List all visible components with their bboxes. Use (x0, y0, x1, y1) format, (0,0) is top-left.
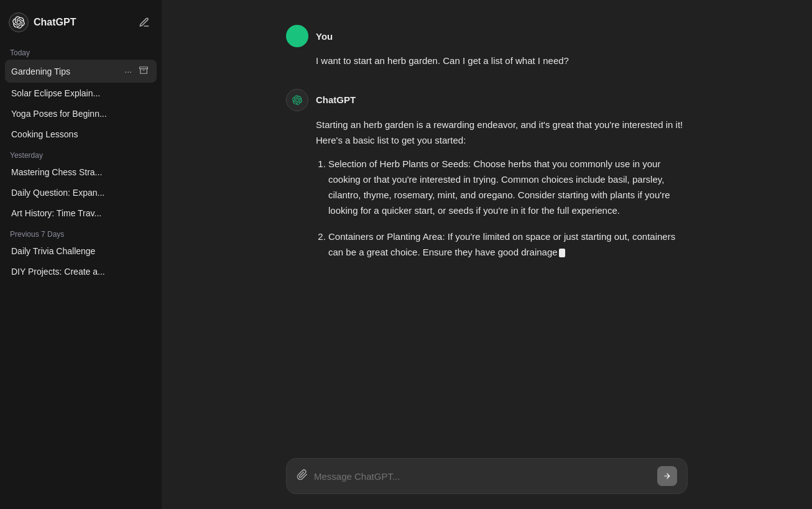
send-button[interactable] (657, 466, 677, 486)
user-message-content: I want to start an herb garden. Can I ge… (286, 53, 688, 69)
list-item-1: Selection of Herb Plants or Seeds: Choos… (328, 157, 688, 218)
sidebar: ChatGPT Today Gardening Tips ··· Solar E… (0, 0, 162, 509)
sidebar-item-cooking-lessons[interactable]: Cooking Lessons (5, 124, 157, 144)
sidebar-item-daily-question[interactable]: Daily Question: Expan... (5, 183, 157, 203)
sidebar-item-solar-eclipse[interactable]: Solar Eclipse Explain... (5, 83, 157, 103)
chat-area: You I want to start an herb garden. Can … (162, 0, 812, 448)
archive-icon[interactable] (137, 65, 150, 78)
chatgpt-avatar (286, 89, 308, 111)
sidebar-item-art-history[interactable]: Art History: Time Trav... (5, 203, 157, 223)
assistant-message-header: ChatGPT (286, 89, 688, 111)
sidebar-item-yoga-poses[interactable]: Yoga Poses for Beginn... (5, 104, 157, 124)
sidebar-item-diy-projects[interactable]: DIY Projects: Create a... (5, 262, 157, 282)
input-area (162, 448, 812, 509)
assistant-message-content: Starting an herb garden is a rewarding e… (286, 117, 688, 260)
user-avatar (286, 25, 308, 47)
sidebar-item-mastering-chess[interactable]: Mastering Chess Stra... (5, 162, 157, 182)
sidebar-header: ChatGPT (5, 7, 157, 42)
sidebar-item-daily-trivia[interactable]: Daily Trivia Challenge (5, 241, 157, 261)
assistant-message-list: Selection of Herb Plants or Seeds: Choos… (316, 157, 688, 260)
attach-icon[interactable] (297, 469, 308, 484)
sidebar-item-actions: ··· (122, 65, 150, 78)
more-options-icon[interactable]: ··· (122, 65, 134, 78)
app-title: ChatGPT (34, 17, 76, 28)
user-sender-name: You (316, 31, 333, 42)
chat-input[interactable] (314, 471, 651, 482)
user-message-header: You (286, 25, 688, 47)
input-wrapper (286, 458, 688, 494)
section-label-previous-7-days: Previous 7 Days (5, 224, 157, 241)
sidebar-item-gardening-tips[interactable]: Gardening Tips ··· (5, 60, 157, 83)
section-label-yesterday: Yesterday (5, 145, 157, 162)
section-label-today: Today (5, 42, 157, 60)
assistant-message-block: ChatGPT Starting an herb garden is a rew… (286, 89, 688, 260)
list-item-2: Containers or Planting Area: If you're l… (328, 229, 688, 260)
logo-area: ChatGPT (9, 12, 76, 32)
assistant-sender-name: ChatGPT (316, 94, 356, 105)
main-content: You I want to start an herb garden. Can … (162, 0, 812, 509)
typing-cursor (559, 249, 565, 257)
new-chat-button[interactable] (136, 14, 153, 31)
chatgpt-logo-icon (9, 12, 29, 32)
svg-rect-0 (140, 67, 148, 69)
user-message-block: You I want to start an herb garden. Can … (286, 25, 688, 69)
